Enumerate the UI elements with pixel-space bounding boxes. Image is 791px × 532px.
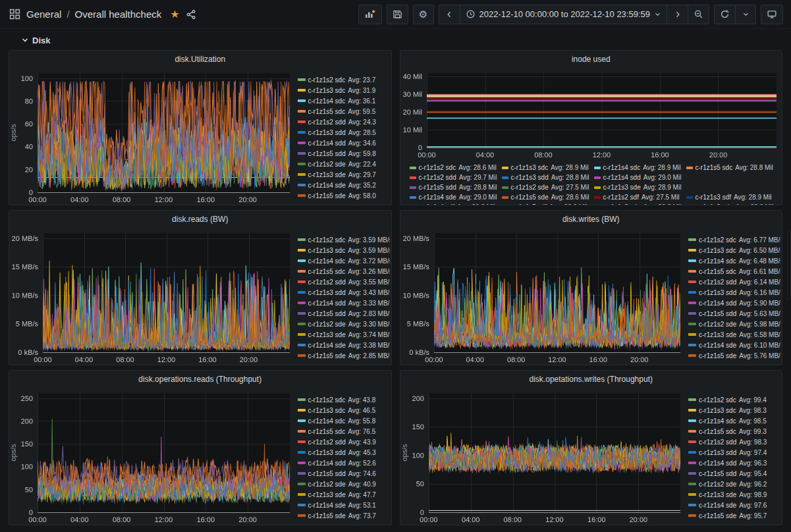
save-dashboard-button[interactable] — [387, 5, 408, 24]
legend-item[interactable]: c-r1z1s4 sddAvg: 29.0 Mil — [594, 173, 686, 182]
legend-item[interactable]: c-r1z1s2 sdcAvg: 99.4 — [688, 394, 780, 405]
legend-item[interactable]: c-r1z1s3 sddAvg: 6.16 MB/s — [688, 287, 780, 298]
legend-item[interactable]: c-r1z1s2 sdcAvg: 6.77 MB/s — [688, 234, 780, 245]
legend-item[interactable]: c-r1z1s5 sdfAvg: 28.9 Mil — [502, 202, 594, 205]
legend-item[interactable]: c-r1z1s4 sddAvg: 34.6 — [298, 138, 390, 148]
legend-item[interactable]: c-r1z1s4 sdfAvg: 29.0 Mil — [410, 202, 502, 205]
legend-item[interactable]: c-r1z1s5 sdcAvg: 76.5 — [298, 426, 390, 437]
share-icon[interactable] — [186, 9, 196, 20]
legend-item[interactable]: c-r1z1s4 sdcAvg: 3.72 MB/s — [298, 255, 390, 266]
panel-title[interactable]: disk.operations.reads (Throughput) — [9, 371, 391, 388]
legend-item[interactable]: c-r1z1s4 sdcAvg: 6.48 MB/s — [688, 255, 780, 266]
panel-title[interactable]: disk.Utilization — [9, 51, 391, 68]
legend-item[interactable]: c-r1z1s3 sdeAvg: 6.58 MB/s — [688, 329, 780, 340]
legend-item[interactable]: c-r1z1s5 sdcAvg: 28.8 Mil — [686, 163, 782, 173]
legend-item[interactable]: c-r1z1s5 sdeAvg: 95.7 — [688, 510, 780, 521]
legend-item[interactable]: c-r1z1s2 sdeAvg: 96.2 — [688, 479, 780, 489]
chart-canvas[interactable] — [9, 388, 295, 525]
legend-item[interactable]: c-r1z1s2 sddAvg: 6.14 MB/s — [688, 277, 780, 287]
time-zoom-out-button[interactable] — [688, 5, 709, 24]
legend-item[interactable]: c-r1z1s5 sddAvg: 2.83 MB/s — [298, 308, 390, 319]
legend-item[interactable]: c-r1z1s5 sddAvg: 59.8 — [298, 148, 390, 159]
legend-item[interactable]: c-r1z1s3 sdcAvg: 6.50 MB/s — [688, 245, 780, 255]
time-range-picker[interactable]: 2022-12-10 00:00:00 to 2022-12-10 23:59:… — [460, 5, 667, 24]
legend-item[interactable]: c-r1z1s3 sddAvg: 3.43 MB/s — [298, 287, 390, 298]
chart-canvas[interactable] — [400, 68, 782, 160]
legend-item[interactable]: c-r1z1s5 sdeAvg: 5.76 MB/s — [688, 350, 780, 361]
chart-canvas[interactable] — [400, 388, 686, 525]
favorite-star-icon[interactable]: ★ — [170, 8, 179, 20]
refresh-interval-dropdown[interactable] — [735, 5, 756, 24]
time-shift-forward-button[interactable] — [667, 5, 688, 24]
legend-item[interactable]: c-r1z1s2 sdgAvg: 29.3 Mil — [594, 202, 686, 205]
legend-item[interactable]: c-r1z1s4 sdeAvg: 97.6 — [688, 500, 780, 510]
legend-item[interactable]: c-r1z1s2 sdcAvg: 28.6 Mil — [410, 163, 502, 173]
legend-item[interactable]: c-r1z1s5 sddAvg: 5.63 MB/s — [688, 308, 780, 319]
legend-item[interactable]: c-r1z1s4 sddAvg: 52.6 — [298, 458, 390, 468]
panel-title[interactable]: disk.reads (BW) — [9, 211, 391, 228]
legend-item[interactable]: c-r1z1s4 sdeAvg: 35.2 — [298, 180, 390, 190]
scrollbar-thumb[interactable] — [788, 229, 790, 300]
legend-item[interactable]: c-r1z1s4 sddAvg: 3.33 MB/s — [298, 298, 390, 308]
legend-item[interactable]: c-r1z1s5 sdeAvg: 28.6 Mil — [502, 192, 594, 202]
panel-title[interactable]: disk.opetations.writes (Throughput) — [400, 371, 782, 388]
legend-item[interactable]: c-r1z1s5 sddAvg: 95.4 — [688, 468, 780, 479]
legend-item[interactable]: c-r1z1s5 sdeAvg: 58.0 — [298, 190, 390, 201]
legend-item[interactable]: c-r1z1s3 sddAvg: 28.8 Mil — [502, 173, 594, 182]
chart-canvas[interactable] — [9, 68, 295, 205]
dashboard-settings-button[interactable]: ⚙ — [413, 5, 434, 24]
time-shift-back-button[interactable] — [439, 5, 460, 24]
legend-item[interactable]: c-r1z1s4 sdcAvg: 28.9 Mil — [594, 163, 686, 173]
legend-item[interactable]: c-r1z1s2 sdcAvg: 23.7 — [298, 74, 390, 85]
cycle-view-mode-button[interactable] — [761, 5, 783, 24]
legend-item[interactable]: c-r1z1s5 sdcAvg: 3.26 MB/s — [298, 266, 390, 277]
legend-item[interactable]: c-r1z1s3 sdgAvg: 28.6 Mil — [686, 202, 782, 205]
legend-item[interactable]: c-r1z1s2 sdeAvg: 3.30 MB/s — [298, 319, 390, 329]
legend-item[interactable]: c-r1z1s5 sddAvg: 28.8 Mil — [410, 182, 502, 192]
panel-title[interactable]: inode used — [400, 51, 782, 68]
breadcrumb-section[interactable]: General — [26, 9, 61, 20]
legend-item[interactable]: c-r1z1s3 sdcAvg: 3.59 MB/s — [298, 245, 390, 255]
legend-item[interactable]: c-r1z1s2 sdeAvg: 40.9 — [298, 479, 390, 489]
legend-item[interactable]: c-r1z1s2 sdfAvg: 27.5 Mil — [594, 192, 686, 202]
legend-item[interactable]: c-r1z1s2 sdeAvg: 5.98 MB/s — [688, 319, 780, 329]
legend-item[interactable]: c-r1z1s3 sddAvg: 45.3 — [298, 447, 390, 458]
legend-item[interactable]: c-r1z1s5 sdcAvg: 6.61 MB/s — [688, 266, 780, 277]
add-panel-button[interactable] — [358, 5, 382, 24]
legend-item[interactable]: c-r1z1s5 sdeAvg: 2.85 MB/s — [298, 350, 390, 361]
legend-item[interactable]: c-r1z1s2 sddAvg: 29.7 Mil — [410, 173, 502, 182]
legend-item[interactable]: c-r1z1s5 sddAvg: 74.6 — [298, 468, 390, 479]
legend-item[interactable]: c-r1z1s4 sdeAvg: 53.1 — [298, 500, 390, 510]
legend-item[interactable]: c-r1z1s2 sddAvg: 98.3 — [688, 437, 780, 447]
panel-title[interactable]: disk.writes (BW) — [400, 211, 782, 228]
legend-item[interactable]: c-r1z1s2 sddAvg: 3.55 MB/s — [298, 277, 390, 287]
dashboards-grid-icon[interactable] — [9, 9, 20, 20]
legend-item[interactable]: c-r1z1s3 sdeAvg: 29.7 — [298, 169, 390, 180]
legend-item[interactable]: c-r1z1s2 sdcAvg: 43.8 — [298, 394, 390, 405]
legend-item[interactable]: c-r1z1s5 sdeAvg: 73.7 — [298, 510, 390, 521]
refresh-button[interactable] — [714, 5, 735, 24]
legend-item[interactable]: c-r1z1s5 sdcAvg: 99.3 — [688, 426, 780, 437]
legend-item[interactable]: c-r1z1s4 sdcAvg: 55.8 — [298, 415, 390, 426]
legend-item[interactable]: c-r1z1s3 sdeAvg: 47.7 — [298, 489, 390, 500]
legend-item[interactable]: c-r1z1s2 sdeAvg: 27.5 Mil — [502, 182, 594, 192]
legend-item[interactable]: c-r1z1s3 sddAvg: 28.5 — [298, 127, 390, 138]
legend-item[interactable]: c-r1z1s3 sdcAvg: 31.9 — [298, 85, 390, 95]
legend-item[interactable]: c-r1z1s3 sdeAvg: 98.9 — [688, 489, 780, 500]
chart-canvas[interactable] — [400, 228, 686, 365]
legend-item[interactable]: c-r1z1s2 sddAvg: 43.9 — [298, 437, 390, 447]
legend-item[interactable]: c-r1z1s4 sdcAvg: 36.1 — [298, 95, 390, 106]
legend-item[interactable]: c-r1z1s4 sddAvg: 96.3 — [688, 458, 780, 468]
legend-item[interactable]: c-r1z1s2 sdcAvg: 3.59 MB/s — [298, 234, 390, 245]
legend-item[interactable]: c-r1z1s4 sddAvg: 5.90 MB/s — [688, 298, 780, 308]
legend-item[interactable]: c-r1z1s3 sdfAvg: 28.9 Mil — [686, 192, 782, 202]
row-toggle-disk[interactable]: Disk — [9, 30, 782, 50]
legend-item[interactable]: c-r1z1s3 sdcAvg: 46.5 — [298, 405, 390, 415]
breadcrumb-page[interactable]: Overall healthcheck — [75, 9, 162, 20]
legend-item[interactable]: c-r1z1s5 sdcAvg: 59.5 — [298, 106, 390, 117]
legend-item[interactable]: c-r1z1s3 sdcAvg: 28.9 Mil — [502, 163, 594, 173]
legend-item[interactable]: c-r1z1s3 sdeAvg: 3.74 MB/s — [298, 329, 390, 340]
legend-item[interactable]: c-r1z1s2 sddAvg: 24.3 — [298, 117, 390, 127]
legend-item[interactable]: c-r1z1s4 sdeAvg: 6.10 MB/s — [688, 340, 780, 350]
legend-item[interactable]: c-r1z1s4 sdeAvg: 3.38 MB/s — [298, 340, 390, 350]
